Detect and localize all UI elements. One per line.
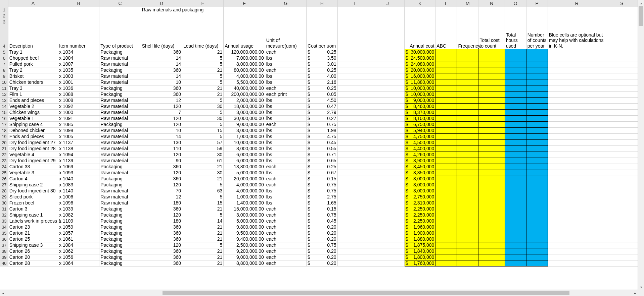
cell-description[interactable]: Labels work in process 1 bbox=[8, 218, 58, 224]
cell-I[interactable] bbox=[337, 104, 371, 110]
cell-J[interactable] bbox=[371, 176, 405, 182]
cell-uom[interactable]: lbs bbox=[265, 134, 306, 140]
cell-frequency[interactable] bbox=[457, 67, 478, 73]
cell-S[interactable] bbox=[606, 116, 638, 122]
cell-S[interactable] bbox=[606, 85, 638, 92]
cell-counts-per-year[interactable] bbox=[526, 254, 548, 260]
cell-type[interactable]: Packaging bbox=[99, 248, 141, 254]
cell-total-hours-used[interactable] bbox=[505, 73, 526, 79]
cell-annual-usage[interactable]: 6,000,000.00 bbox=[224, 152, 265, 158]
cell-R[interactable] bbox=[548, 206, 606, 212]
cell-abc[interactable] bbox=[435, 116, 457, 122]
cell[interactable] bbox=[265, 13, 306, 19]
cell-item-number[interactable]: x 1039 bbox=[58, 206, 99, 212]
cell-total-hours-used[interactable] bbox=[505, 98, 526, 104]
column-header-N[interactable]: N bbox=[478, 0, 505, 7]
cell[interactable] bbox=[371, 7, 405, 13]
cell-uom[interactable]: lbs bbox=[265, 116, 306, 122]
cell-annual-usage[interactable]: 9,000,000.00 bbox=[224, 122, 265, 128]
cell-J[interactable] bbox=[371, 55, 405, 61]
cell-annual-usage[interactable]: 3,000,000.00 bbox=[224, 212, 265, 218]
cell-S[interactable] bbox=[606, 182, 638, 188]
cell-R[interactable] bbox=[548, 55, 606, 61]
header-R[interactable]: Blue cells are optional but may help wit… bbox=[548, 25, 606, 49]
cell-annual-cost[interactable]: $1,760,000 bbox=[404, 260, 435, 267]
cell-total-cost-to-count[interactable] bbox=[478, 67, 505, 73]
cell-S[interactable] bbox=[606, 92, 638, 98]
cell-annual-cost[interactable]: $24,500,000 bbox=[404, 55, 435, 61]
cell-cost-per-uom[interactable]: $0.65 bbox=[307, 158, 338, 164]
cell-type[interactable]: Raw material bbox=[99, 73, 141, 79]
cell-uom[interactable]: each bbox=[265, 248, 306, 254]
cell-R[interactable] bbox=[548, 152, 606, 158]
cell-item-number[interactable]: x 1006 bbox=[58, 194, 99, 200]
row-header-33[interactable]: 33 bbox=[0, 218, 8, 224]
cell-total-cost-to-count[interactable] bbox=[478, 116, 505, 122]
cell-shelf-life[interactable]: 120 bbox=[141, 182, 182, 188]
cell-type[interactable]: Raw material bbox=[99, 170, 141, 176]
header-E[interactable]: Lead time (days) bbox=[182, 25, 224, 49]
cell-total-hours-used[interactable] bbox=[505, 104, 526, 110]
cell-annual-usage[interactable]: 2,000,000.00 bbox=[224, 98, 265, 104]
cell-total-cost-to-count[interactable] bbox=[478, 182, 505, 188]
cell-type[interactable]: Packaging bbox=[99, 206, 141, 212]
cell[interactable] bbox=[224, 19, 265, 25]
cell-frequency[interactable] bbox=[457, 194, 478, 200]
row-header-11[interactable]: 11 bbox=[0, 85, 8, 92]
cell-annual-usage[interactable]: 15,000,000.00 bbox=[224, 206, 265, 212]
cell-cost-per-uom[interactable]: $0.75 bbox=[307, 182, 338, 188]
cell[interactable] bbox=[307, 7, 338, 13]
cell-total-hours-used[interactable] bbox=[505, 122, 526, 128]
cell-S[interactable] bbox=[606, 67, 638, 73]
header-I[interactable] bbox=[337, 25, 371, 49]
cell-total-cost-to-count[interactable] bbox=[478, 248, 505, 254]
cell-total-hours-used[interactable] bbox=[505, 194, 526, 200]
cell-annual-usage[interactable]: 9,500,000.00 bbox=[224, 230, 265, 236]
cell-cost-per-uom[interactable]: $1.98 bbox=[307, 128, 338, 134]
cell[interactable] bbox=[141, 13, 182, 19]
cell-annual-cost[interactable]: $4,500,000 bbox=[404, 140, 435, 146]
cell-annual-usage[interactable]: 30,000,000.00 bbox=[224, 116, 265, 122]
cell-S[interactable] bbox=[606, 158, 638, 164]
cell-lead-time[interactable]: 14 bbox=[182, 218, 224, 224]
cell-description[interactable]: Carton 23 bbox=[8, 224, 58, 230]
cell-lead-time[interactable]: 5 bbox=[182, 242, 224, 248]
cell-cost-per-uom[interactable]: $0.20 bbox=[307, 254, 338, 260]
cell-item-number[interactable]: x 1088 bbox=[58, 92, 99, 98]
cell-type[interactable]: Packaging bbox=[99, 49, 141, 55]
cell-frequency[interactable] bbox=[457, 152, 478, 158]
cell-counts-per-year[interactable] bbox=[526, 49, 548, 55]
cell-uom[interactable]: lbs bbox=[265, 79, 306, 85]
cell-item-number[interactable]: x 1083 bbox=[58, 182, 99, 188]
cell-J[interactable] bbox=[371, 73, 405, 79]
cell-abc[interactable] bbox=[435, 194, 457, 200]
cell-cost-per-uom[interactable]: $0.20 bbox=[307, 236, 338, 242]
cell-abc[interactable] bbox=[435, 140, 457, 146]
cell-abc[interactable] bbox=[435, 85, 457, 92]
cell-annual-cost[interactable]: $6,750,000 bbox=[404, 122, 435, 128]
cell-counts-per-year[interactable] bbox=[526, 194, 548, 200]
cell[interactable] bbox=[606, 7, 638, 13]
cell-type[interactable]: Packaging bbox=[99, 236, 141, 242]
cell-cost-per-uom[interactable]: $0.75 bbox=[307, 122, 338, 128]
cell-annual-usage[interactable]: 4,000,000.00 bbox=[224, 73, 265, 79]
cell-description[interactable]: Carton 20 bbox=[8, 254, 58, 260]
cell-abc[interactable] bbox=[435, 200, 457, 206]
cell-frequency[interactable] bbox=[457, 92, 478, 98]
cell-item-number[interactable]: x 1061 bbox=[58, 236, 99, 242]
column-header-E[interactable]: E bbox=[182, 0, 224, 7]
cell-R[interactable] bbox=[548, 85, 606, 92]
cell-uom[interactable]: each bbox=[265, 230, 306, 236]
cell-uom[interactable]: each bbox=[265, 182, 306, 188]
cell-frequency[interactable] bbox=[457, 134, 478, 140]
column-header-O[interactable]: O bbox=[505, 0, 526, 7]
cell-lead-time[interactable]: 5 bbox=[182, 122, 224, 128]
cell-lead-time[interactable]: 30 bbox=[182, 104, 224, 110]
cell-annual-usage[interactable]: 7,000,000.00 bbox=[224, 55, 265, 61]
cell-total-cost-to-count[interactable] bbox=[478, 110, 505, 116]
cell-S[interactable] bbox=[606, 188, 638, 194]
cell-counts-per-year[interactable] bbox=[526, 146, 548, 152]
cell-abc[interactable] bbox=[435, 110, 457, 116]
cell-item-number[interactable]: x 1062 bbox=[58, 248, 99, 254]
cell-J[interactable] bbox=[371, 194, 405, 200]
